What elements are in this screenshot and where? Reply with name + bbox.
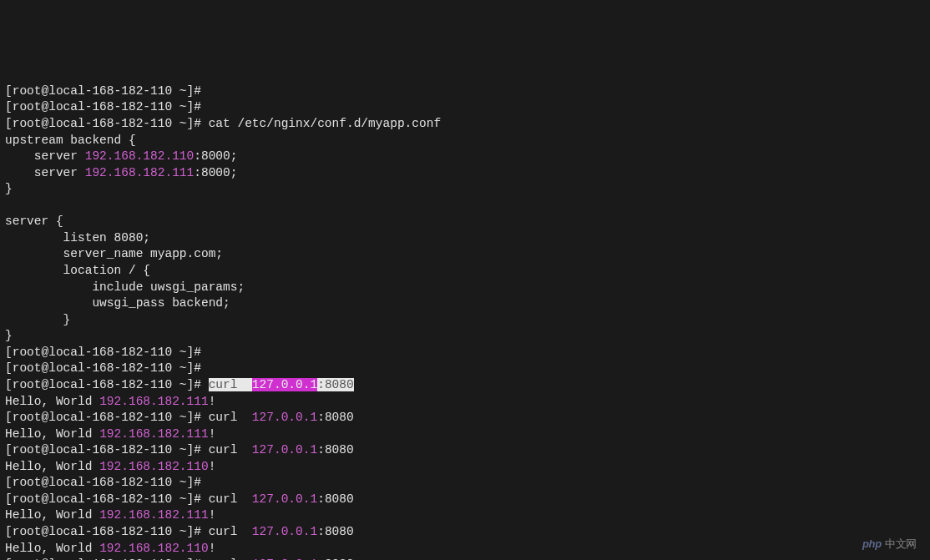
ip-address: 127.0.0.1: [252, 492, 317, 506]
terminal-output[interactable]: [root@local-168-182-110 ~]# [root@local-…: [5, 67, 925, 560]
curl-command-line: [root@local-168-182-110 ~]# curl 127.0.0…: [5, 411, 354, 424]
curl-command-line: [root@local-168-182-110 ~]# curl 127.0.0…: [5, 443, 354, 457]
ip-address: 127.0.0.1: [252, 525, 317, 538]
prompt-line: [root@local-168-182-110 ~]#: [5, 100, 201, 114]
config-content: }: [5, 313, 70, 326]
config-content: server {: [5, 214, 63, 228]
output-line: Hello, World 192.168.182.110!: [5, 460, 215, 473]
prompt-line: [root@local-168-182-110 ~]#: [5, 84, 201, 98]
ip-address: 192.168.182.110: [99, 542, 209, 555]
ip-address: 127.0.0.1: [252, 443, 317, 457]
prompt-line: [root@local-168-182-110 ~]#: [5, 361, 201, 375]
cat-command-line: [root@local-168-182-110 ~]# cat /etc/ngi…: [5, 117, 441, 130]
config-content: listen 8080;: [5, 231, 150, 245]
output-line: Hello, World 192.168.182.111!: [5, 427, 215, 441]
config-content: uwsgi_pass backend;: [5, 296, 230, 310]
curl-command-highlighted: [root@local-168-182-110 ~]# curl 127.0.0…: [5, 378, 354, 391]
prompt-line: [root@local-168-182-110 ~]#: [5, 476, 201, 489]
config-content: location / {: [5, 264, 150, 277]
config-content: server_name myapp.com;: [5, 247, 223, 260]
prompt-line: [root@local-168-182-110 ~]#: [5, 346, 201, 359]
output-line: Hello, World 192.168.182.111!: [5, 508, 215, 522]
output-line: Hello, World 192.168.182.110!: [5, 542, 215, 555]
ip-address: 192.168.182.110: [85, 149, 195, 163]
ip-address: 192.168.182.111: [99, 508, 209, 522]
ip-address: 192.168.182.111: [99, 395, 209, 408]
curl-command-line: [root@local-168-182-110 ~]# curl 127.0.0…: [5, 492, 354, 506]
config-content: upstream backend {: [5, 134, 136, 147]
watermark-logo: php 中文网: [862, 537, 917, 552]
config-content: include uwsgi_params;: [5, 280, 245, 294]
selected-text: :8080: [317, 378, 354, 391]
config-content: server 192.168.182.111:8000;: [5, 166, 237, 179]
config-content: }: [5, 182, 13, 195]
curl-command-line: [root@local-168-182-110 ~]# curl 127.0.0…: [5, 525, 354, 538]
selected-text: curl: [209, 378, 252, 391]
config-content: }: [5, 329, 13, 342]
ip-address: 192.168.182.110: [99, 460, 209, 473]
output-line: Hello, World 192.168.182.111!: [5, 395, 215, 408]
selected-ip: 127.0.0.1: [252, 378, 317, 391]
ip-address: 192.168.182.111: [99, 427, 209, 441]
ip-address: 127.0.0.1: [252, 411, 317, 424]
config-content: server 192.168.182.110:8000;: [5, 149, 237, 163]
ip-address: 192.168.182.111: [85, 166, 195, 179]
